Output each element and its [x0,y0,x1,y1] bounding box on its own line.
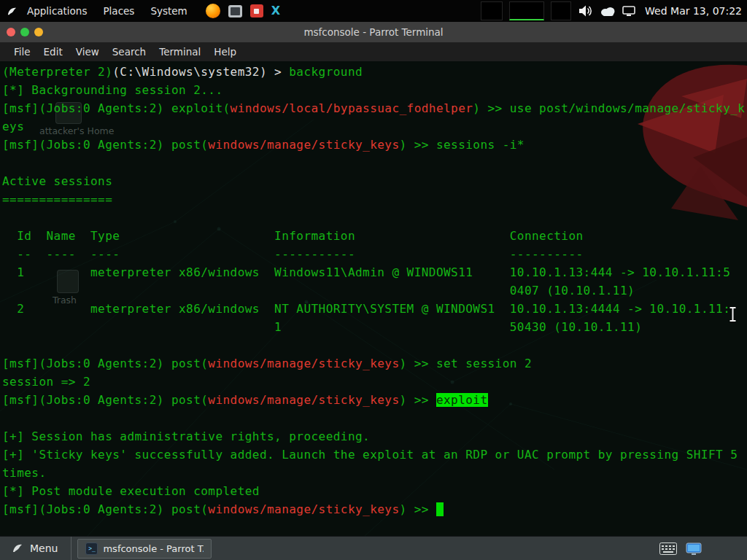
record-icon[interactable] [250,4,263,18]
terminal-line: 1 meterpreter x86/windows Windows11\Admi… [2,263,747,281]
minimize-button[interactable] [34,28,43,36]
terminal-line: [msf](Jobs:0 Agents:2) post(windows/mana… [2,136,747,154]
window-preview-1[interactable] [481,1,503,20]
terminal-line: [*] Backgrounding session 2... [2,81,747,99]
terminal-launcher-icon[interactable] [228,5,242,18]
menu-terminal[interactable]: Terminal [152,46,207,58]
terminal-line: eys [2,117,747,136]
window-menubar: File Edit View Search Terminal Help [0,42,747,61]
volume-icon[interactable] [578,4,593,18]
clock[interactable]: Wed Mar 13, 07:22 [642,5,742,17]
display-icon[interactable] [622,5,635,17]
weather-icon[interactable] [600,5,616,17]
taskbar-task-msfconsole[interactable]: >_ msfconsole - Parrot T... [77,539,212,559]
terminal-line: [+] Session has administrative rights, p… [2,427,747,446]
window-titlebar[interactable]: msfconsole - Parrot Terminal [0,22,747,42]
keyboard-layout-icon[interactable] [659,542,677,555]
window-controls [0,28,43,36]
terminal-line [2,336,747,354]
display-settings-icon[interactable] [686,542,702,555]
terminal-line: session => 2 [2,373,747,391]
terminal-line: (Meterpreter 2)(C:\Windows\system32) > b… [2,63,747,81]
menu-edit[interactable]: Edit [37,46,69,58]
menu-places[interactable]: Places [95,0,142,22]
menu-view[interactable]: View [69,46,106,58]
terminal-line: =============== [2,190,747,209]
top-panel-right: Wed Mar 13, 07:22 [481,1,747,20]
menu-help[interactable]: Help [207,46,243,58]
terminal-line [2,209,747,227]
menu-search[interactable]: Search [106,46,152,58]
window-preview-3[interactable] [551,1,571,20]
window-title: msfconsole - Parrot Terminal [0,26,747,38]
taskbar: Menu >_ msfconsole - Parrot T... [0,536,747,560]
screen: Applications Places System X Wed [0,0,747,560]
x11-icon[interactable]: X [271,4,280,18]
terminal-output: (Meterpreter 2)(C:\Windows\system32) > b… [0,61,747,518]
terminal-line: Id Name Type Information Connection [2,227,747,245]
top-panel-left: Applications Places System X [0,0,280,22]
mouse-text-cursor [728,306,738,325]
terminal-viewport[interactable]: attacker's Home Trash (Meterpreter 2)(C:… [0,61,747,536]
menu-file[interactable]: File [7,46,37,58]
taskbar-tray [659,542,702,555]
terminal-line: 1 50430 (10.10.1.11) [2,318,747,336]
terminal-line: times. [2,464,747,482]
menu-applications[interactable]: Applications [19,0,95,22]
launcher-tray: X [206,4,280,18]
terminal-line [2,409,747,427]
terminal-window: msfconsole - Parrot Terminal File Edit V… [0,22,747,536]
window-preview-2-active[interactable] [509,1,544,20]
terminal-line: [msf](Jobs:0 Agents:2) post(windows/mana… [2,391,747,409]
terminal-line: [msf](Jobs:0 Agents:2) post(windows/mana… [2,354,747,373]
taskbar-menu-label: Menu [30,542,58,554]
terminal-line: -- ---- ---- ----------- ---------- [2,245,747,263]
terminal-line: [+] 'Sticky keys' successfully added. La… [2,446,747,464]
parrot-logo-icon[interactable] [5,6,19,17]
taskbar-menu-icon [12,542,23,554]
close-button[interactable] [7,28,15,36]
terminal-line: Active sessions [2,172,747,190]
terminal-line: [*] Post module execution completed [2,482,747,500]
taskbar-menu-button[interactable]: Menu [0,537,71,560]
terminal-line: [msf](Jobs:0 Agents:2) post(windows/mana… [2,500,747,518]
maximize-button[interactable] [20,28,29,36]
taskbar-task-label: msfconsole - Parrot T... [103,543,204,554]
menu-system[interactable]: System [142,0,195,22]
terminal-line: 0407 (10.10.1.11) [2,281,747,300]
top-panel: Applications Places System X Wed [0,0,747,22]
terminal-line: 2 meterpreter x86/windows NT AUTHORITY\S… [2,300,747,318]
firefox-icon[interactable] [206,4,220,18]
terminal-task-icon: >_ [85,542,98,555]
terminal-line [2,154,747,172]
terminal-line: [msf](Jobs:0 Agents:2) exploit(windows/l… [2,99,747,117]
